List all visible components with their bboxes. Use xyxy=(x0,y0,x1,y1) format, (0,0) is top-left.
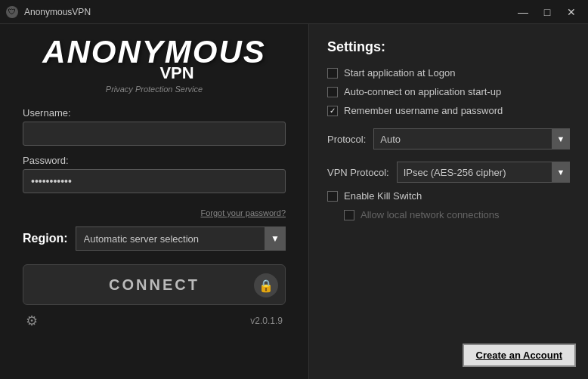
region-label: Region: xyxy=(23,232,68,245)
right-panel: Settings: Start application at Logon Aut… xyxy=(308,24,588,379)
logo-subtitle: Privacy Protection Service xyxy=(42,85,266,94)
close-button[interactable]: ✕ xyxy=(561,4,582,20)
start-logon-row: Start application at Logon xyxy=(327,67,570,79)
kill-switch-row: Enable Kill Switch xyxy=(327,190,570,202)
connect-area: CONNECT 🔒 xyxy=(23,264,286,305)
settings-sliders-icon[interactable]: ⚙ xyxy=(26,313,38,329)
forgot-password-row: Forgot your password? xyxy=(23,205,286,219)
logo-area: ANONYMOUS VPN Privacy Protection Service xyxy=(42,36,266,94)
vpn-protocol-row: VPN Protocol: IPsec (AES-256 cipher) Ope… xyxy=(327,162,570,183)
vpn-protocol-select-wrapper: IPsec (AES-256 cipher) OpenVPN WireGuard… xyxy=(397,162,570,183)
allow-local-checkbox[interactable] xyxy=(344,210,354,220)
create-account-button[interactable]: Create an Account xyxy=(463,344,576,367)
kill-switch-label: Enable Kill Switch xyxy=(344,190,422,202)
password-section: Password: xyxy=(23,155,286,193)
version-text: v2.0.1.9 xyxy=(250,316,283,326)
settings-title: Settings: xyxy=(327,39,570,55)
username-label: Username: xyxy=(23,107,286,119)
bottom-bar: ⚙ v2.0.1.9 xyxy=(23,313,286,329)
lock-badge: 🔒 xyxy=(254,273,278,297)
start-logon-label: Start application at Logon xyxy=(344,67,455,79)
username-section: Username: xyxy=(23,107,286,146)
vpn-protocol-select[interactable]: IPsec (AES-256 cipher) OpenVPN WireGuard xyxy=(397,162,570,183)
app-icon: 🛡 xyxy=(6,6,18,18)
protocol-select-wrapper: Auto UDP TCP ▼ xyxy=(373,128,570,149)
left-panel: ANONYMOUS VPN Privacy Protection Service… xyxy=(0,24,308,379)
lock-icon: 🔒 xyxy=(258,279,274,293)
region-row: Region: Automatic server selection ▼ xyxy=(23,226,286,251)
title-bar-text: AnonymousVPN xyxy=(24,7,506,17)
region-select[interactable]: Automatic server selection xyxy=(76,226,286,251)
protocol-row: Protocol: Auto UDP TCP ▼ xyxy=(327,128,570,149)
start-logon-checkbox[interactable] xyxy=(327,68,338,79)
kill-switch-checkbox[interactable] xyxy=(327,191,338,202)
password-input[interactable] xyxy=(23,169,286,193)
remember-creds-label: Remember username and password xyxy=(344,105,503,116)
forgot-password-link[interactable]: Forgot your password? xyxy=(201,208,286,217)
password-label: Password: xyxy=(23,155,286,166)
vpn-protocol-label: VPN Protocol: xyxy=(327,167,389,178)
protocol-label: Protocol: xyxy=(327,134,366,145)
auto-connect-row: Auto-connect on application start-up xyxy=(327,86,570,97)
username-input[interactable] xyxy=(23,122,286,146)
logo-title: ANONYMOUS xyxy=(42,36,266,68)
auto-connect-label: Auto-connect on application start-up xyxy=(344,86,501,97)
connect-button[interactable]: CONNECT xyxy=(23,264,286,305)
allow-local-label: Allow local network connections xyxy=(361,209,500,220)
protocol-select[interactable]: Auto UDP TCP xyxy=(373,128,570,149)
maximize-button[interactable]: □ xyxy=(537,4,558,20)
window-controls: — □ ✕ xyxy=(512,4,582,20)
title-bar: 🛡 AnonymousVPN — □ ✕ xyxy=(0,0,588,24)
auto-connect-checkbox[interactable] xyxy=(327,87,338,97)
minimize-button[interactable]: — xyxy=(512,4,534,20)
allow-local-row: Allow local network connections xyxy=(344,209,570,220)
main-container: ANONYMOUS VPN Privacy Protection Service… xyxy=(0,24,588,379)
region-select-wrapper: Automatic server selection ▼ xyxy=(76,226,286,251)
remember-creds-checkbox[interactable]: ✓ xyxy=(327,106,338,116)
remember-creds-row: ✓ Remember username and password xyxy=(327,105,570,116)
